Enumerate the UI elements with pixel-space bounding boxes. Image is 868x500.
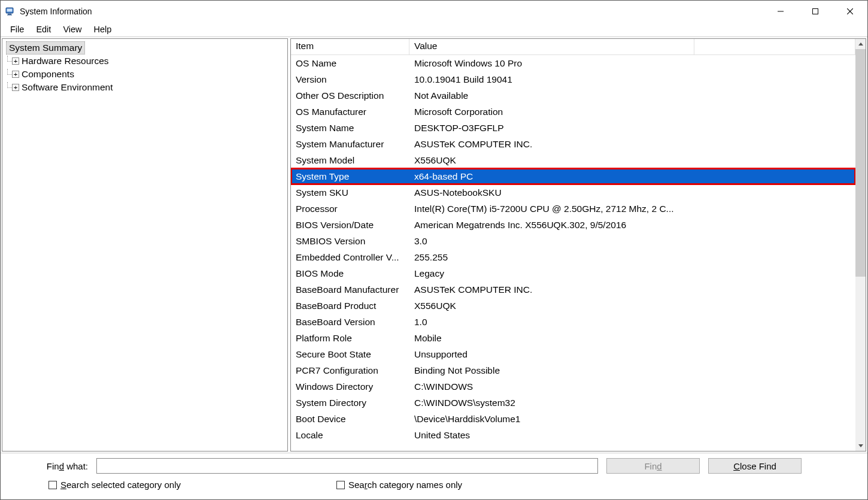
expand-icon[interactable]: + — [12, 71, 19, 78]
cell-item: Platform Role — [291, 333, 409, 344]
scroll-track[interactable] — [855, 277, 866, 441]
cell-item: Version — [291, 74, 409, 85]
menu-help[interactable]: Help — [88, 23, 118, 35]
cell-value: X556UQK — [409, 155, 855, 166]
list-row[interactable]: System SKUASUS-NotebookSKU — [291, 184, 855, 201]
cell-item: PCR7 Configuration — [291, 365, 409, 376]
list-row[interactable]: Other OS DescriptionNot Available — [291, 87, 855, 104]
cell-item: System Model — [291, 155, 409, 166]
cell-item: BIOS Mode — [291, 268, 409, 279]
header-item[interactable]: Item — [291, 39, 409, 54]
svg-rect-3 — [7, 15, 12, 16]
svg-rect-1 — [7, 9, 13, 12]
content-area: System Summary +Hardware Resources+Compo… — [1, 37, 867, 453]
cell-item: System SKU — [291, 187, 409, 198]
menu-view[interactable]: View — [57, 23, 87, 35]
tree-node[interactable]: +Hardware Resources — [7, 54, 287, 68]
list-row[interactable]: System ModelX556UQK — [291, 152, 855, 168]
system-information-window: System Information File Edit View Help S… — [0, 0, 868, 500]
list-row[interactable]: System DirectoryC:\WINDOWS\system32 — [291, 395, 855, 411]
list-row[interactable]: Embedded Controller V...255.255 — [291, 249, 855, 265]
tree-node[interactable]: +Components — [7, 68, 287, 81]
cell-item: Processor — [291, 204, 409, 214]
tree-root-system-summary[interactable]: System Summary — [6, 41, 85, 54]
cell-item: Locale — [291, 430, 409, 441]
category-tree[interactable]: System Summary +Hardware Resources+Compo… — [2, 38, 288, 451]
search-category-names-checkbox[interactable]: Search category names only — [336, 480, 462, 490]
cell-item: Boot Device — [291, 414, 409, 425]
list-row[interactable]: System NameDESKTOP-O3FGFLP — [291, 120, 855, 136]
find-what-label: Find what: — [37, 461, 88, 471]
list-row[interactable]: BIOS Version/DateAmerican Megatrends Inc… — [291, 217, 855, 233]
cell-value: 255.255 — [409, 252, 855, 263]
cell-item: Other OS Description — [291, 90, 409, 101]
list-body[interactable]: OS NameMicrosoft Windows 10 ProVersion10… — [291, 55, 855, 443]
expand-icon[interactable]: + — [12, 57, 19, 65]
cell-value: C:\WINDOWS\system32 — [409, 398, 855, 408]
scroll-up-button[interactable] — [855, 39, 866, 49]
close-button[interactable] — [833, 1, 867, 22]
cell-value: Legacy — [409, 268, 855, 279]
menu-edit[interactable]: Edit — [30, 23, 57, 35]
svg-rect-5 — [813, 9, 818, 14]
list-row[interactable]: Platform RoleMobile — [291, 330, 855, 346]
window-title: System Information — [20, 7, 92, 16]
list-row[interactable]: BIOS ModeLegacy — [291, 265, 855, 281]
tree-node-label: Components — [22, 69, 74, 80]
header-value[interactable]: Value — [409, 39, 694, 54]
list-row[interactable]: BaseBoard ProductX556UQK — [291, 298, 855, 314]
list-row[interactable]: LocaleUnited States — [291, 427, 855, 443]
cell-item: Windows Directory — [291, 381, 409, 392]
list-row[interactable]: Version10.0.19041 Build 19041 — [291, 71, 855, 87]
cell-value: ASUSTeK COMPUTER INC. — [409, 284, 855, 295]
cell-item: OS Name — [291, 58, 409, 69]
list-row[interactable]: BaseBoard Version1.0 — [291, 314, 855, 330]
checkbox-label: Search selected category only — [60, 480, 181, 490]
cell-value: Not Available — [409, 90, 855, 101]
menu-file[interactable]: File — [4, 23, 30, 35]
find-input[interactable] — [96, 458, 598, 474]
cell-value: Microsoft Windows 10 Pro — [409, 58, 855, 69]
tree-node-label: Software Environment — [22, 82, 113, 93]
find-button[interactable]: Find — [606, 458, 700, 474]
cell-item: System Manufacturer — [291, 139, 409, 150]
minimize-button[interactable] — [763, 1, 798, 22]
list-row[interactable]: System ManufacturerASUSTeK COMPUTER INC. — [291, 136, 855, 152]
app-icon — [5, 7, 15, 16]
window-controls — [763, 1, 867, 22]
cell-value: ASUS-NotebookSKU — [409, 187, 855, 198]
list-row[interactable]: System Typex64-based PC — [291, 168, 855, 184]
cell-value: x64-based PC — [409, 171, 855, 182]
cell-item: SMBIOS Version — [291, 236, 409, 247]
cell-value: 3.0 — [409, 236, 855, 247]
list-row[interactable]: BaseBoard ManufacturerASUSTeK COMPUTER I… — [291, 281, 855, 298]
svg-rect-2 — [8, 14, 11, 15]
vertical-scrollbar[interactable] — [855, 39, 866, 451]
list-row[interactable]: Boot Device\Device\HarddiskVolume1 — [291, 411, 855, 427]
search-selected-category-checkbox[interactable]: Search selected category only — [48, 480, 181, 490]
list-row[interactable]: PCR7 ConfigurationBinding Not Possible — [291, 362, 855, 378]
details-list: Item Value OS NameMicrosoft Windows 10 P… — [290, 38, 866, 451]
titlebar: System Information — [1, 1, 867, 22]
list-row[interactable]: Secure Boot StateUnsupported — [291, 346, 855, 362]
scroll-thumb[interactable] — [855, 49, 866, 277]
maximize-button[interactable] — [798, 1, 833, 22]
list-row[interactable]: ProcessorIntel(R) Core(TM) i5-7200U CPU … — [291, 201, 855, 217]
list-row[interactable]: SMBIOS Version3.0 — [291, 233, 855, 249]
close-find-button[interactable]: Close Find — [708, 458, 802, 474]
cell-value: 1.0 — [409, 317, 855, 328]
scroll-down-button[interactable] — [855, 441, 866, 451]
cell-value: X556UQK — [409, 301, 855, 311]
list-row[interactable]: OS ManufacturerMicrosoft Corporation — [291, 104, 855, 120]
cell-item: BIOS Version/Date — [291, 220, 409, 231]
list-row[interactable]: Windows DirectoryC:\WINDOWS — [291, 378, 855, 395]
tree-node[interactable]: +Software Environment — [7, 81, 287, 94]
tree-node-label: Hardware Resources — [22, 56, 109, 66]
cell-value: 10.0.19041 Build 19041 — [409, 74, 855, 85]
svg-marker-9 — [858, 444, 863, 447]
cell-item: System Directory — [291, 398, 409, 408]
cell-value: Intel(R) Core(TM) i5-7200U CPU @ 2.50GHz… — [409, 204, 855, 214]
list-row[interactable]: OS NameMicrosoft Windows 10 Pro — [291, 55, 855, 71]
cell-item: Embedded Controller V... — [291, 252, 409, 263]
expand-icon[interactable]: + — [12, 84, 19, 91]
